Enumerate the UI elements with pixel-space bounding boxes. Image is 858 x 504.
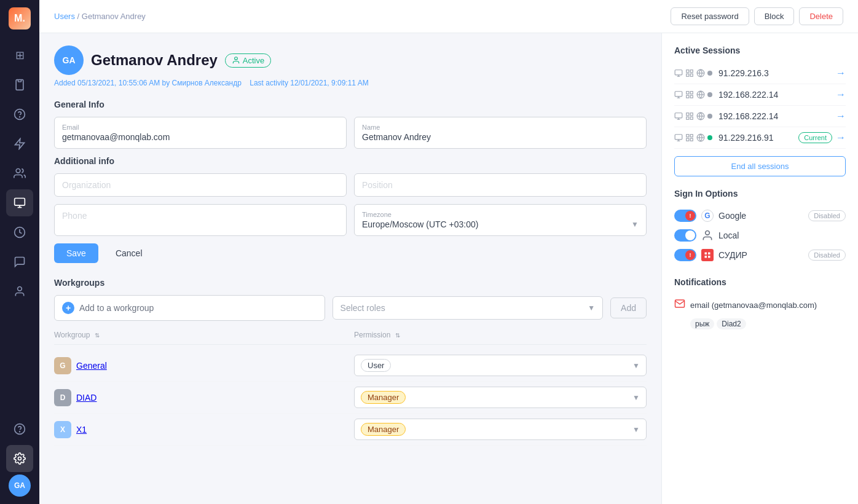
windows-icon <box>685 133 694 142</box>
session-navigate-icon[interactable]: → <box>836 68 846 79</box>
permission-chevron-icon: ▼ <box>632 393 640 402</box>
end-all-sessions-button[interactable]: End all sessions <box>674 156 846 176</box>
user-meta: Added 05/13/2021, 10:55:06 AM by Смирнов… <box>54 79 647 87</box>
session-ip: 91.229.216.91 <box>718 133 774 143</box>
workgroup-link[interactable]: General <box>76 361 107 371</box>
save-button[interactable]: Save <box>54 243 98 263</box>
permission-sort-icon[interactable]: ⇅ <box>395 332 400 339</box>
signin-label-local: Local <box>718 230 846 240</box>
user-name: Getmanov Andrey <box>91 52 218 69</box>
svg-rect-28 <box>687 95 689 98</box>
workgroup-add-row: + Add to a workgroup Select roles ▼ Add <box>54 295 647 321</box>
workgroup-table-header: Workgroup ⇅ Permission ⇅ <box>54 331 647 345</box>
user-avatar-sidebar[interactable]: GA <box>9 474 31 497</box>
sidebar-item-lightning[interactable] <box>6 130 33 157</box>
table-row: X X1 Manager ▼ <box>54 414 647 446</box>
permission-select[interactable]: User ▼ <box>354 355 647 376</box>
sidebar-item-users-group[interactable] <box>6 160 33 187</box>
toggle-local[interactable] <box>674 229 696 242</box>
timezone-label: Timezone <box>362 211 639 218</box>
sidebar-item-chat[interactable] <box>6 248 33 275</box>
svg-rect-44 <box>687 135 689 137</box>
breadcrumb-current: Getmanov Andrey <box>82 12 146 21</box>
general-info-form: Email getmanovaa@monqlab.com Name Getman… <box>54 117 647 149</box>
workgroup-name-cell: G General <box>54 357 347 374</box>
svg-rect-47 <box>690 138 693 141</box>
timezone-value: Europe/Moscow (UTC +03:00) <box>362 219 478 229</box>
timezone-field[interactable]: Timezone Europe/Moscow (UTC +03:00) ▼ <box>354 204 647 236</box>
sidebar-item-clock[interactable] <box>6 219 33 246</box>
content-area: GA Getmanov Andrey Active Added 05/13/20… <box>39 33 858 504</box>
sidebar-item-settings[interactable] <box>6 445 33 472</box>
block-button[interactable]: Block <box>754 7 795 25</box>
name-label: Name <box>362 124 639 131</box>
svg-rect-32 <box>675 113 682 118</box>
signin-option-sudир: ! СУДИР Disabled <box>674 245 846 265</box>
workgroup-link[interactable]: X1 <box>76 425 87 435</box>
workgroup-sort-icon[interactable]: ⇅ <box>95 332 100 339</box>
browser-icon <box>696 133 705 142</box>
phone-field[interactable]: Phone <box>54 204 347 236</box>
svg-rect-37 <box>687 117 689 119</box>
roles-select[interactable]: Select roles ▼ <box>333 296 604 320</box>
delete-button[interactable]: Delete <box>799 7 843 25</box>
svg-rect-14 <box>675 70 682 75</box>
svg-rect-20 <box>690 74 693 76</box>
organization-placeholder: Organization <box>62 180 339 190</box>
session-navigate-icon[interactable]: → <box>836 111 846 122</box>
sidebar-item-people[interactable] <box>6 278 33 305</box>
session-device-icons: 91.229.216.3 <box>674 68 769 78</box>
session-status-dot <box>707 135 712 140</box>
signin-status-badge: Disabled <box>808 210 846 221</box>
permission-badge: Manager <box>361 391 406 404</box>
svg-rect-26 <box>687 92 689 94</box>
notification-tag: Diad2 <box>717 318 746 329</box>
sidebar-item-apps[interactable]: ⊞ <box>6 42 33 69</box>
cancel-button[interactable]: Cancel <box>103 243 155 263</box>
windows-icon <box>685 112 694 120</box>
added-by-link[interactable]: Смирнов Александр <box>172 79 242 87</box>
workgroup-link[interactable]: DIAD <box>76 393 96 403</box>
add-workgroup-button[interactable]: Add <box>610 297 647 318</box>
phone-placeholder: Phone <box>62 211 339 221</box>
permission-badge: Manager <box>361 423 406 436</box>
header-actions: Reset password Block Delete <box>671 7 843 25</box>
sidebar-item-monitor[interactable] <box>6 189 33 216</box>
toggle-sudир[interactable]: ! <box>674 249 696 261</box>
session-device-icons: 91.229.216.91 <box>674 133 774 143</box>
sidebar-item-tickets[interactable] <box>6 101 33 128</box>
workgroups-title: Workgroups <box>54 278 647 288</box>
session-navigate-icon[interactable]: → <box>836 89 846 100</box>
additional-info-form: Organization Position Phone Timezone Eur… <box>54 173 647 236</box>
browser-icon <box>696 69 705 77</box>
app-logo[interactable]: M. <box>9 7 31 30</box>
session-device-icons: 192.168.222.14 <box>674 90 778 100</box>
current-session-badge: Current <box>798 132 832 143</box>
add-workgroup-field[interactable]: + Add to a workgroup <box>54 295 325 321</box>
svg-point-50 <box>706 231 710 235</box>
permission-col-header: Permission ⇅ <box>354 331 647 339</box>
name-field[interactable]: Name Getmanov Andrey <box>354 117 647 149</box>
svg-rect-29 <box>690 95 693 98</box>
organization-field[interactable]: Organization <box>54 173 347 197</box>
breadcrumb-parent[interactable]: Users <box>54 12 75 21</box>
workgroup-col-header: Workgroup ⇅ <box>54 331 347 339</box>
email-field[interactable]: Email getmanovaa@monqlab.com <box>54 117 347 149</box>
sidebar-item-clipboard[interactable] <box>6 71 33 98</box>
position-field[interactable]: Position <box>354 173 647 197</box>
signin-option-google: ! G Google Disabled <box>674 206 846 226</box>
notification-email: email (getmanovaa@monqlab.com) <box>674 294 846 315</box>
toggle-google[interactable]: ! <box>674 210 696 222</box>
form-actions: Save Cancel <box>54 243 647 263</box>
browser-icon <box>696 90 705 99</box>
session-navigate-icon[interactable]: → <box>836 132 846 143</box>
svg-point-13 <box>234 57 237 60</box>
sidebar-item-help[interactable] <box>6 415 33 443</box>
general-info-title: General Info <box>54 100 647 109</box>
signin-options-list: ! G Google Disabled Local ! СУДИР Disabl… <box>674 206 846 265</box>
permission-select[interactable]: Manager ▼ <box>354 419 647 440</box>
permission-chevron-icon: ▼ <box>632 361 640 370</box>
permission-select[interactable]: Manager ▼ <box>354 387 647 408</box>
svg-rect-45 <box>690 135 693 137</box>
reset-password-button[interactable]: Reset password <box>671 7 749 25</box>
